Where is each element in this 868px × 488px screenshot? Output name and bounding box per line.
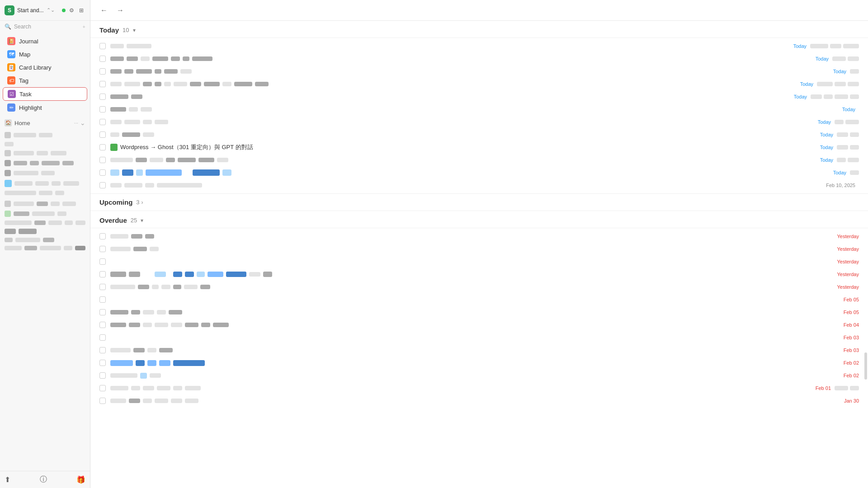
task-checkbox[interactable]	[99, 119, 106, 125]
task-checkbox[interactable]	[99, 94, 106, 100]
task-content	[110, 247, 814, 251]
info-bottom-icon[interactable]: ⓘ	[40, 475, 47, 484]
today-count: 10	[123, 27, 129, 33]
sidebar-item-label-journal: Journal	[19, 38, 38, 45]
task-content	[110, 285, 814, 289]
task-checkbox[interactable]	[99, 81, 106, 87]
back-button[interactable]: ←	[98, 4, 110, 17]
table-row: Feb 04	[90, 319, 868, 331]
table-row: Yesterday	[90, 230, 868, 243]
upcoming-section-header[interactable]: Upcoming 3 ›	[90, 193, 868, 211]
table-row: Feb 01	[90, 382, 868, 394]
task-content	[110, 56, 783, 61]
add-button[interactable]: +	[83, 24, 85, 29]
today-chevron-icon[interactable]: ▾	[133, 27, 136, 33]
task-checkbox[interactable]	[99, 322, 106, 328]
sidebar-item-journal[interactable]: 📔 Journal	[3, 35, 87, 47]
sidebar-item-label-tag: Tag	[19, 77, 28, 84]
overdue-chevron-icon[interactable]: ▾	[141, 217, 143, 224]
task-content	[110, 120, 786, 124]
task-checkbox[interactable]	[99, 68, 106, 75]
task-content	[110, 107, 810, 112]
table-row: Today	[90, 128, 868, 141]
task-date: Feb 04	[814, 322, 859, 328]
search-label: Search	[14, 23, 31, 30]
status-dot	[62, 9, 66, 12]
task-checkbox[interactable]	[99, 169, 106, 176]
task-content	[110, 234, 814, 239]
layout-icon[interactable]: ⊞	[77, 6, 85, 14]
workspace-dots-icon[interactable]: ···	[74, 120, 78, 126]
task-content	[110, 169, 801, 176]
overdue-count: 25	[131, 217, 137, 224]
sidebar-bottom: ⬆ ⓘ 🎁	[0, 471, 90, 488]
scrollbar[interactable]	[864, 352, 867, 380]
task-checkbox[interactable]	[99, 284, 106, 290]
task-date: Today	[801, 170, 846, 175]
task-checkbox[interactable]	[99, 144, 106, 150]
sidebar-item-tag[interactable]: 🏷 Tag	[3, 74, 87, 87]
task-date: Feb 05	[814, 297, 859, 302]
task-checkbox[interactable]	[99, 56, 106, 62]
journal-icon: 📔	[7, 37, 15, 45]
task-content	[110, 310, 814, 314]
workspace-label[interactable]: Home	[14, 120, 30, 127]
task-checkbox[interactable]	[99, 233, 106, 239]
task-date: Feb 05	[814, 310, 859, 315]
task-content	[110, 44, 761, 48]
gift-bottom-icon[interactable]: 🎁	[76, 475, 85, 484]
table-row: Feb 02	[90, 369, 868, 382]
table-row: Today	[90, 52, 868, 65]
map-icon: 🗺	[7, 50, 15, 58]
table-row: Yesterday	[90, 255, 868, 268]
forward-button[interactable]: →	[114, 4, 127, 17]
table-row: Jan 30	[90, 394, 868, 407]
search-bar[interactable]: 🔍 Search +	[0, 21, 90, 33]
task-checkbox[interactable]	[99, 131, 106, 138]
upcoming-count: 3	[136, 199, 139, 206]
table-row: Feb 03	[90, 331, 868, 344]
task-checkbox[interactable]	[99, 157, 106, 163]
task-checkbox[interactable]	[99, 106, 106, 113]
task-checkbox[interactable]	[99, 385, 106, 391]
task-date: Yesterday	[814, 272, 859, 277]
upcoming-label: Upcoming	[99, 198, 132, 206]
task-date: Yesterday	[814, 259, 859, 264]
overdue-task-list: Yesterday Yesterday Yesterday	[90, 228, 868, 409]
task-checkbox[interactable]	[99, 43, 106, 49]
task-date: Feb 02	[814, 360, 859, 366]
task-date: Jan 30	[814, 398, 859, 404]
sidebar-item-card-library[interactable]: 🃏 Card Library	[3, 61, 87, 74]
sidebar-item-task[interactable]: ☑ Task	[3, 87, 87, 101]
task-checkbox[interactable]	[99, 334, 106, 341]
task-date: Today	[788, 145, 833, 150]
workspace-chevron-icon[interactable]: ⌄	[80, 119, 85, 127]
task-content	[110, 373, 814, 379]
table-row: Today	[90, 116, 868, 128]
task-content	[110, 272, 814, 277]
settings-bottom-icon[interactable]: ⬆	[5, 475, 10, 484]
table-row: Yesterday	[90, 243, 868, 255]
task-content	[110, 386, 786, 390]
task-checkbox[interactable]	[99, 271, 106, 277]
settings-icon[interactable]: ⚙	[67, 6, 75, 14]
task-checkbox[interactable]	[99, 258, 106, 265]
chevron-updown-icon[interactable]: ⌃⌄	[47, 7, 55, 13]
task-date: Yesterday	[814, 284, 859, 290]
task-checkbox[interactable]	[99, 398, 106, 404]
table-row: Feb 02	[90, 357, 868, 369]
upcoming-chevron-icon[interactable]: ›	[142, 199, 143, 206]
task-checkbox[interactable]	[99, 296, 106, 303]
sidebar-item-map[interactable]: 🗺 Map	[3, 48, 87, 61]
task-checkbox[interactable]	[99, 360, 106, 366]
sidebar-item-highlight[interactable]: ✏ Highlight	[3, 101, 87, 114]
task-checkbox[interactable]	[99, 246, 106, 252]
task-text: Wordpress → Ghost（301 重定向）與 GPT 的對話	[120, 143, 253, 151]
task-date: Feb 02	[814, 373, 859, 378]
today-task-list: Today Today	[90, 38, 868, 193]
task-checkbox[interactable]	[99, 372, 106, 379]
task-content	[110, 94, 762, 99]
task-checkbox[interactable]	[99, 347, 106, 353]
task-checkbox[interactable]	[99, 182, 106, 188]
task-checkbox[interactable]	[99, 309, 106, 315]
